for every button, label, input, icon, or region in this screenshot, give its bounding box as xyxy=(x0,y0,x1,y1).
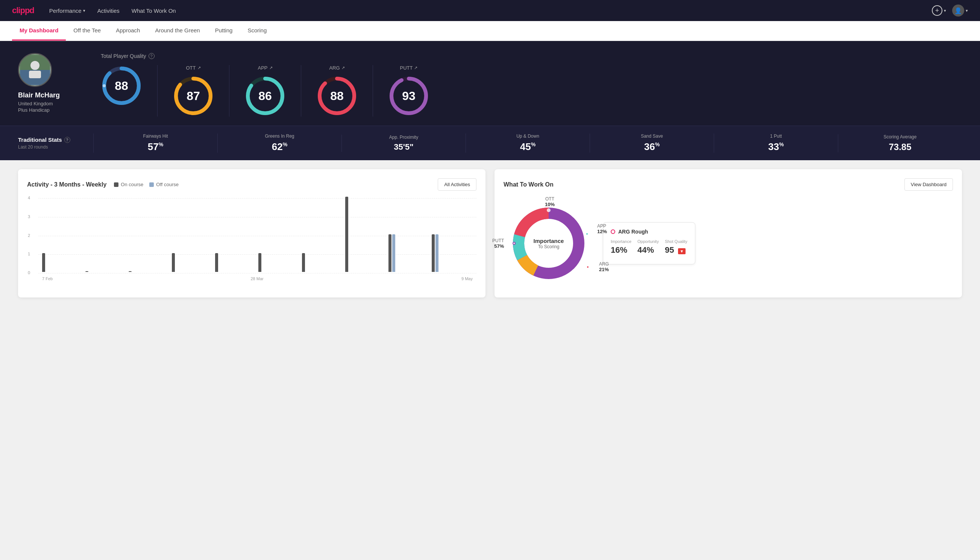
svg-point-23 xyxy=(547,208,551,212)
avatar-image xyxy=(20,55,50,85)
arg-label: ARG↗ xyxy=(329,65,344,71)
activity-chart-title: Activity - 3 Months - Weekly xyxy=(27,181,106,188)
svg-point-14 xyxy=(318,94,321,98)
stat-app-proximity: App. Proximity 35'5" xyxy=(341,135,466,152)
donut-center-text: Importance To Scoring xyxy=(534,238,564,249)
x-label-feb: 7 Feb xyxy=(42,277,53,281)
tab-putting[interactable]: Putting xyxy=(208,21,240,41)
activity-card-header: Activity - 3 Months - Weekly On course O… xyxy=(27,178,476,191)
work-on-title: What To Work On xyxy=(504,181,554,188)
tab-off-the-tee[interactable]: Off the Tee xyxy=(66,21,108,41)
app-ring: 86 xyxy=(245,75,286,117)
traditional-stats-bar: Traditional Stats ? Last 20 rounds Fairw… xyxy=(0,126,980,160)
tpq-label: Total Player Quality ? xyxy=(101,53,962,59)
nav-what-to-work-on[interactable]: What To Work On xyxy=(131,8,176,14)
bars-container xyxy=(42,200,473,272)
donut-label-putt: PUTT 57% xyxy=(492,238,504,249)
tpq-info-icon[interactable]: ? xyxy=(148,53,155,59)
tab-around-the-green[interactable]: Around the Green xyxy=(147,21,207,41)
off-course-legend-dot xyxy=(149,182,154,187)
stats-info-icon[interactable]: ? xyxy=(64,137,70,143)
x-axis-labels: 7 Feb 28 Mar 9 May xyxy=(42,277,473,281)
chart-legend: On course Off course xyxy=(114,182,179,187)
stats-subtitle: Last 20 rounds xyxy=(18,144,93,150)
ott-score-value: 87 xyxy=(186,89,200,103)
donut-label-arg: ARG 21% xyxy=(599,262,609,272)
player-avatar xyxy=(18,53,52,87)
app-score-value: 86 xyxy=(258,89,272,103)
user-avatar-icon: 👤 xyxy=(952,5,964,17)
tabs-bar: My Dashboard Off the Tee Approach Around… xyxy=(0,21,980,41)
bottom-section: Activity - 3 Months - Weekly On course O… xyxy=(0,160,980,307)
app-logo: clippd xyxy=(12,6,34,15)
score-putt: PUTT↗ 93 xyxy=(373,65,444,117)
scores-section: Total Player Quality ? 88 xyxy=(101,53,962,117)
stats-title: Traditional Stats ? xyxy=(18,137,93,143)
down-badge: ▼ xyxy=(678,248,686,254)
app-label: APP↗ xyxy=(258,65,272,71)
total-ring: 88 xyxy=(101,65,142,107)
score-rings: 88 OTT↗ 87 xyxy=(101,65,962,117)
nav-right: + ▾ 👤 ▾ xyxy=(932,5,968,17)
metric-shot-quality: Shot Quality 95 ▼ xyxy=(665,239,687,255)
svg-point-2 xyxy=(30,61,40,70)
score-app: APP↗ 86 xyxy=(230,65,301,117)
add-button[interactable]: + ▾ xyxy=(932,5,946,16)
arg-ring: 88 xyxy=(316,75,358,117)
work-on-card-header: What To Work On View Dashboard xyxy=(504,178,953,191)
stat-up-and-down: Up & Down 45% xyxy=(466,133,590,153)
legend-off-course: Off course xyxy=(149,182,179,187)
bar-chart: 4 3 2 1 0 xyxy=(27,198,476,281)
player-info: Blair McHarg United Kingdom Plus Handica… xyxy=(18,53,86,113)
x-label-may: 9 May xyxy=(461,277,473,281)
info-metrics: Importance 16% Opportunity 44% Shot Qual… xyxy=(611,239,687,255)
stat-1-putt: 1 Putt 33% xyxy=(714,133,838,153)
on-course-legend-dot xyxy=(114,182,118,187)
view-dashboard-button[interactable]: View Dashboard xyxy=(904,178,953,191)
info-card-dot xyxy=(611,229,615,234)
stat-greens-in-reg: Greens In Reg 62% xyxy=(217,133,341,153)
player-name: Blair McHarg xyxy=(18,92,60,99)
score-ott: OTT↗ 87 xyxy=(158,65,230,117)
ott-label: OTT↗ xyxy=(186,65,201,71)
top-nav: clippd Performance ▾ Activities What To … xyxy=(0,0,980,21)
info-card-title: ARG Rough xyxy=(611,229,687,235)
donut-chart-wrap: Importance To Scoring PUTT 57% OTT 10% A… xyxy=(504,198,594,288)
player-country: United Kingdom xyxy=(18,101,53,107)
svg-rect-3 xyxy=(29,71,41,78)
user-menu[interactable]: 👤 ▾ xyxy=(952,5,968,17)
nav-activities[interactable]: Activities xyxy=(97,8,120,14)
plus-icon: + xyxy=(932,5,942,16)
svg-point-9 xyxy=(175,94,178,97)
score-total: 88 xyxy=(101,65,158,117)
stat-sand-save: Sand Save 36% xyxy=(590,133,714,153)
tab-scoring[interactable]: Scoring xyxy=(240,21,274,41)
x-label-mar: 28 Mar xyxy=(250,277,263,281)
activity-card-left: Activity - 3 Months - Weekly On course O… xyxy=(27,181,179,188)
tab-my-dashboard[interactable]: My Dashboard xyxy=(12,21,66,41)
putt-ring: 93 xyxy=(388,75,429,117)
work-on-card: What To Work On View Dashboard xyxy=(494,169,962,297)
all-activities-button[interactable]: All Activities xyxy=(438,178,476,191)
hero-section: Blair McHarg United Kingdom Plus Handica… xyxy=(0,41,980,126)
nav-links: Performance ▾ Activities What To Work On xyxy=(49,8,176,14)
ott-ring: 87 xyxy=(173,75,214,117)
putt-segment-dot xyxy=(512,242,516,245)
total-score-value: 88 xyxy=(115,79,128,93)
donut-section: Importance To Scoring PUTT 57% OTT 10% A… xyxy=(504,198,953,288)
arg-score-value: 88 xyxy=(330,89,344,103)
donut-label-ott: OTT 10% xyxy=(545,196,555,207)
donut-label-app: APP 12% xyxy=(597,223,607,234)
stats-label-section: Traditional Stats ? Last 20 rounds xyxy=(18,137,93,150)
metric-importance: Importance 16% xyxy=(611,239,631,255)
activity-card: Activity - 3 Months - Weekly On course O… xyxy=(18,169,486,297)
metric-opportunity: Opportunity 44% xyxy=(637,239,659,255)
tab-approach[interactable]: Approach xyxy=(108,21,147,41)
svg-point-6 xyxy=(103,84,106,87)
putt-score-value: 93 xyxy=(402,89,416,103)
nav-performance[interactable]: Performance ▾ xyxy=(49,8,85,14)
stat-scoring-average: Scoring Average 73.85 xyxy=(838,134,962,152)
putt-label: PUTT↗ xyxy=(400,65,418,71)
info-card: ARG Rough Importance 16% Opportunity 44%… xyxy=(603,222,695,264)
player-handicap: Plus Handicap xyxy=(18,107,50,113)
